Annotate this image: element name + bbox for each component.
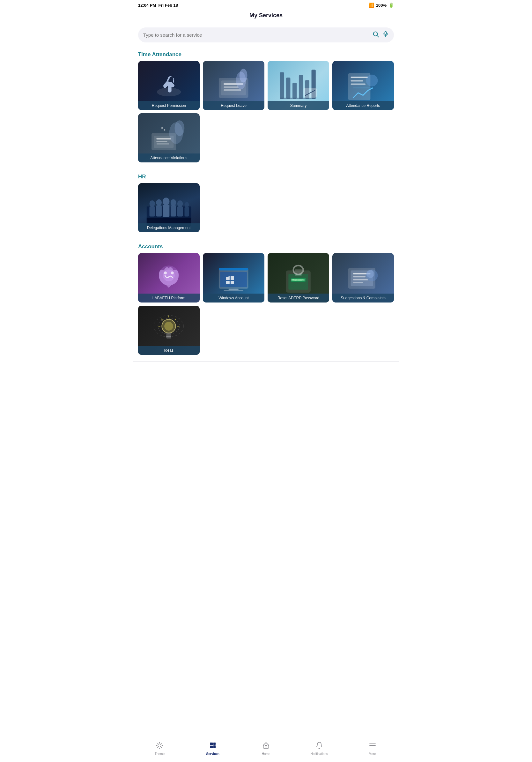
accounts-grid: LABAEEH Platform xyxy=(138,253,394,302)
svg-point-45 xyxy=(170,199,176,206)
svg-point-12 xyxy=(239,69,247,83)
card-label-ideas: Ideas xyxy=(138,346,200,355)
svg-rect-25 xyxy=(351,84,366,85)
svg-rect-56 xyxy=(219,268,248,270)
svg-rect-31 xyxy=(157,141,167,142)
svg-rect-14 xyxy=(286,78,290,99)
card-label-attendance-reports: Attendance Reports xyxy=(332,101,394,110)
status-right: 📶 100% 🔋 xyxy=(369,3,394,8)
svg-rect-71 xyxy=(353,279,368,280)
section-accounts: Accounts LABAEEH Platform xyxy=(133,239,399,361)
svg-point-54 xyxy=(171,271,174,274)
svg-rect-10 xyxy=(224,90,241,91)
section-title-time-attendance: Time Attendance xyxy=(138,47,394,61)
section-title-accounts: Accounts xyxy=(138,239,394,253)
battery-icon: 🔋 xyxy=(388,3,394,8)
card-label-request-leave: Request Leave xyxy=(203,101,264,110)
card-label-summary: Summary xyxy=(268,101,329,110)
svg-rect-72 xyxy=(353,282,363,283)
svg-rect-36 xyxy=(164,129,166,131)
card-attendance-reports[interactable]: Attendance Reports xyxy=(332,61,394,110)
svg-rect-23 xyxy=(351,77,368,78)
card-reset-aderp-password[interactable]: PASSWORD Reset ADERP Password xyxy=(268,253,329,302)
time-attendance-row2: Attendance Violations xyxy=(138,113,394,162)
card-request-leave[interactable]: Request Leave xyxy=(203,61,264,110)
microphone-icon[interactable] xyxy=(382,31,389,39)
card-label-windows-account: Windows Account xyxy=(203,294,264,302)
search-icon[interactable] xyxy=(372,31,379,39)
svg-rect-32 xyxy=(157,143,169,144)
accounts-row2: Ideas xyxy=(138,306,394,355)
svg-point-74 xyxy=(366,270,374,278)
svg-rect-66 xyxy=(295,269,302,276)
card-windows-account[interactable]: Windows Account xyxy=(203,253,264,302)
card-summary[interactable]: Summary xyxy=(268,61,329,110)
svg-rect-46 xyxy=(170,205,176,217)
svg-rect-19 xyxy=(280,98,316,99)
svg-rect-70 xyxy=(353,276,366,277)
svg-point-47 xyxy=(177,200,182,207)
card-attendance-violations[interactable]: Attendance Violations xyxy=(138,113,200,162)
card-label-request-permission: Request Permission xyxy=(138,101,200,110)
svg-point-49 xyxy=(184,202,189,207)
card-label-delegations-management: Delegations Management xyxy=(138,223,200,232)
svg-rect-42 xyxy=(156,205,162,217)
svg-rect-35 xyxy=(162,127,163,129)
card-request-permission[interactable]: Request Permission xyxy=(138,61,200,110)
svg-rect-16 xyxy=(299,75,303,99)
card-delegations-management[interactable]: Delegations Management xyxy=(138,183,200,232)
svg-rect-50 xyxy=(184,207,189,217)
svg-rect-13 xyxy=(280,72,284,99)
status-time: 12:04 PM Fri Feb 18 xyxy=(138,3,178,8)
svg-rect-58 xyxy=(229,289,238,290)
card-suggestions-complaints[interactable]: Suggestions & Complaints xyxy=(332,253,394,302)
card-label-labaeeh-platform: LABAEEH Platform xyxy=(138,294,200,302)
svg-rect-15 xyxy=(293,83,297,99)
svg-rect-48 xyxy=(177,206,182,216)
status-bar: 12:04 PM Fri Feb 18 📶 100% 🔋 xyxy=(133,0,399,10)
time-attendance-grid: Request Permission Request Leave xyxy=(138,61,394,110)
svg-rect-24 xyxy=(351,80,363,82)
battery-percent: 100% xyxy=(376,3,386,8)
svg-point-27 xyxy=(366,75,378,87)
svg-point-53 xyxy=(164,271,167,274)
hr-grid: Delegations Management xyxy=(138,183,200,232)
svg-line-1 xyxy=(377,36,378,37)
svg-point-34 xyxy=(175,120,185,136)
svg-point-76 xyxy=(164,322,173,331)
card-ideas[interactable]: Ideas xyxy=(138,306,200,355)
svg-point-39 xyxy=(149,200,155,207)
section-title-hr: HR xyxy=(138,169,394,183)
search-bar[interactable] xyxy=(138,28,394,42)
svg-rect-77 xyxy=(166,333,171,338)
card-label-reset-aderp-password: Reset ADERP Password xyxy=(268,294,329,302)
svg-rect-44 xyxy=(163,205,169,217)
svg-rect-2 xyxy=(385,32,386,35)
svg-rect-30 xyxy=(157,138,171,139)
svg-point-41 xyxy=(156,199,162,206)
page-title: My Services xyxy=(133,10,399,23)
section-time-attendance: Time Attendance Request Permission xyxy=(133,47,399,169)
svg-point-43 xyxy=(163,197,169,205)
svg-rect-40 xyxy=(149,206,155,216)
section-hr: HR xyxy=(133,169,399,239)
card-label-attendance-violations: Attendance Violations xyxy=(138,153,200,162)
search-container xyxy=(133,23,399,47)
svg-rect-9 xyxy=(224,87,238,88)
card-labaeeh-platform[interactable]: LABAEEH Platform xyxy=(138,253,200,302)
wifi-icon: 📶 xyxy=(369,3,374,8)
svg-text:PASSWORD: PASSWORD xyxy=(291,278,305,281)
svg-rect-59 xyxy=(224,290,244,291)
card-label-suggestions-complaints: Suggestions & Complaints xyxy=(332,294,394,302)
search-input[interactable] xyxy=(143,32,369,38)
